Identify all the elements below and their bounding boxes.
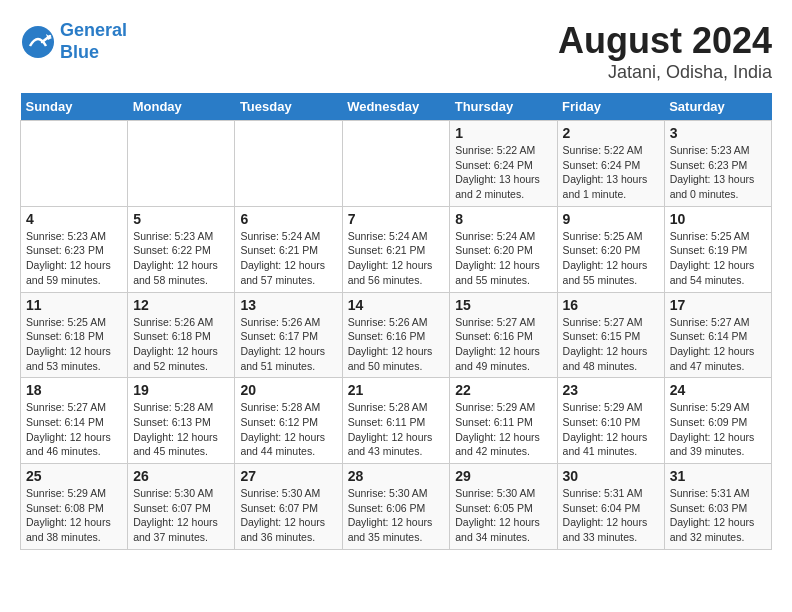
day-number: 12 [133, 297, 229, 313]
day-number: 6 [240, 211, 336, 227]
day-number: 7 [348, 211, 445, 227]
day-number: 25 [26, 468, 122, 484]
day-info: Sunrise: 5:29 AM Sunset: 6:08 PM Dayligh… [26, 486, 122, 545]
calendar-cell: 4Sunrise: 5:23 AM Sunset: 6:23 PM Daylig… [21, 206, 128, 292]
calendar-cell [342, 121, 450, 207]
weekday-header-row: SundayMondayTuesdayWednesdayThursdayFrid… [21, 93, 772, 121]
day-number: 9 [563, 211, 659, 227]
calendar-cell: 14Sunrise: 5:26 AM Sunset: 6:16 PM Dayli… [342, 292, 450, 378]
title-area: August 2024 Jatani, Odisha, India [558, 20, 772, 83]
calendar-cell: 9Sunrise: 5:25 AM Sunset: 6:20 PM Daylig… [557, 206, 664, 292]
calendar-cell: 21Sunrise: 5:28 AM Sunset: 6:11 PM Dayli… [342, 378, 450, 464]
day-info: Sunrise: 5:26 AM Sunset: 6:16 PM Dayligh… [348, 315, 445, 374]
day-number: 17 [670, 297, 766, 313]
calendar-cell: 8Sunrise: 5:24 AM Sunset: 6:20 PM Daylig… [450, 206, 557, 292]
day-number: 30 [563, 468, 659, 484]
day-number: 11 [26, 297, 122, 313]
day-info: Sunrise: 5:30 AM Sunset: 6:07 PM Dayligh… [133, 486, 229, 545]
day-info: Sunrise: 5:27 AM Sunset: 6:14 PM Dayligh… [670, 315, 766, 374]
day-number: 15 [455, 297, 551, 313]
calendar-cell: 22Sunrise: 5:29 AM Sunset: 6:11 PM Dayli… [450, 378, 557, 464]
calendar-cell: 31Sunrise: 5:31 AM Sunset: 6:03 PM Dayli… [664, 464, 771, 550]
calendar-cell: 3Sunrise: 5:23 AM Sunset: 6:23 PM Daylig… [664, 121, 771, 207]
day-info: Sunrise: 5:25 AM Sunset: 6:18 PM Dayligh… [26, 315, 122, 374]
day-info: Sunrise: 5:30 AM Sunset: 6:07 PM Dayligh… [240, 486, 336, 545]
day-info: Sunrise: 5:22 AM Sunset: 6:24 PM Dayligh… [563, 143, 659, 202]
day-info: Sunrise: 5:28 AM Sunset: 6:13 PM Dayligh… [133, 400, 229, 459]
day-info: Sunrise: 5:23 AM Sunset: 6:23 PM Dayligh… [26, 229, 122, 288]
calendar-cell [128, 121, 235, 207]
weekday-header-thursday: Thursday [450, 93, 557, 121]
day-info: Sunrise: 5:25 AM Sunset: 6:20 PM Dayligh… [563, 229, 659, 288]
day-info: Sunrise: 5:26 AM Sunset: 6:17 PM Dayligh… [240, 315, 336, 374]
calendar-cell [235, 121, 342, 207]
calendar-cell: 20Sunrise: 5:28 AM Sunset: 6:12 PM Dayli… [235, 378, 342, 464]
calendar-cell: 16Sunrise: 5:27 AM Sunset: 6:15 PM Dayli… [557, 292, 664, 378]
day-info: Sunrise: 5:29 AM Sunset: 6:11 PM Dayligh… [455, 400, 551, 459]
header: General Blue August 2024 Jatani, Odisha,… [20, 20, 772, 83]
calendar-cell: 26Sunrise: 5:30 AM Sunset: 6:07 PM Dayli… [128, 464, 235, 550]
day-info: Sunrise: 5:23 AM Sunset: 6:22 PM Dayligh… [133, 229, 229, 288]
calendar-cell: 10Sunrise: 5:25 AM Sunset: 6:19 PM Dayli… [664, 206, 771, 292]
day-info: Sunrise: 5:29 AM Sunset: 6:09 PM Dayligh… [670, 400, 766, 459]
weekday-header-saturday: Saturday [664, 93, 771, 121]
weekday-header-tuesday: Tuesday [235, 93, 342, 121]
calendar-cell: 12Sunrise: 5:26 AM Sunset: 6:18 PM Dayli… [128, 292, 235, 378]
logo-general: General [60, 20, 127, 40]
day-info: Sunrise: 5:27 AM Sunset: 6:14 PM Dayligh… [26, 400, 122, 459]
day-info: Sunrise: 5:31 AM Sunset: 6:04 PM Dayligh… [563, 486, 659, 545]
calendar-cell [21, 121, 128, 207]
day-info: Sunrise: 5:30 AM Sunset: 6:06 PM Dayligh… [348, 486, 445, 545]
month-title: August 2024 [558, 20, 772, 62]
day-number: 10 [670, 211, 766, 227]
calendar-week-4: 18Sunrise: 5:27 AM Sunset: 6:14 PM Dayli… [21, 378, 772, 464]
day-info: Sunrise: 5:27 AM Sunset: 6:16 PM Dayligh… [455, 315, 551, 374]
day-number: 29 [455, 468, 551, 484]
calendar-week-1: 1Sunrise: 5:22 AM Sunset: 6:24 PM Daylig… [21, 121, 772, 207]
day-number: 1 [455, 125, 551, 141]
calendar-cell: 27Sunrise: 5:30 AM Sunset: 6:07 PM Dayli… [235, 464, 342, 550]
day-number: 16 [563, 297, 659, 313]
calendar-week-2: 4Sunrise: 5:23 AM Sunset: 6:23 PM Daylig… [21, 206, 772, 292]
day-info: Sunrise: 5:24 AM Sunset: 6:21 PM Dayligh… [348, 229, 445, 288]
day-number: 28 [348, 468, 445, 484]
calendar-cell: 28Sunrise: 5:30 AM Sunset: 6:06 PM Dayli… [342, 464, 450, 550]
calendar-cell: 5Sunrise: 5:23 AM Sunset: 6:22 PM Daylig… [128, 206, 235, 292]
calendar-table: SundayMondayTuesdayWednesdayThursdayFrid… [20, 93, 772, 550]
day-info: Sunrise: 5:29 AM Sunset: 6:10 PM Dayligh… [563, 400, 659, 459]
day-number: 2 [563, 125, 659, 141]
location-title: Jatani, Odisha, India [558, 62, 772, 83]
logo-blue: Blue [60, 42, 99, 62]
logo-icon [20, 24, 56, 60]
day-number: 4 [26, 211, 122, 227]
weekday-header-friday: Friday [557, 93, 664, 121]
day-number: 5 [133, 211, 229, 227]
day-number: 13 [240, 297, 336, 313]
calendar-cell: 19Sunrise: 5:28 AM Sunset: 6:13 PM Dayli… [128, 378, 235, 464]
calendar-cell: 11Sunrise: 5:25 AM Sunset: 6:18 PM Dayli… [21, 292, 128, 378]
day-number: 3 [670, 125, 766, 141]
day-info: Sunrise: 5:28 AM Sunset: 6:11 PM Dayligh… [348, 400, 445, 459]
calendar-cell: 24Sunrise: 5:29 AM Sunset: 6:09 PM Dayli… [664, 378, 771, 464]
weekday-header-sunday: Sunday [21, 93, 128, 121]
weekday-header-monday: Monday [128, 93, 235, 121]
calendar-cell: 1Sunrise: 5:22 AM Sunset: 6:24 PM Daylig… [450, 121, 557, 207]
day-number: 19 [133, 382, 229, 398]
day-number: 18 [26, 382, 122, 398]
calendar-cell: 13Sunrise: 5:26 AM Sunset: 6:17 PM Dayli… [235, 292, 342, 378]
day-info: Sunrise: 5:28 AM Sunset: 6:12 PM Dayligh… [240, 400, 336, 459]
logo: General Blue [20, 20, 127, 63]
calendar-cell: 25Sunrise: 5:29 AM Sunset: 6:08 PM Dayli… [21, 464, 128, 550]
day-number: 21 [348, 382, 445, 398]
calendar-cell: 2Sunrise: 5:22 AM Sunset: 6:24 PM Daylig… [557, 121, 664, 207]
day-number: 26 [133, 468, 229, 484]
day-info: Sunrise: 5:26 AM Sunset: 6:18 PM Dayligh… [133, 315, 229, 374]
calendar-week-5: 25Sunrise: 5:29 AM Sunset: 6:08 PM Dayli… [21, 464, 772, 550]
day-number: 31 [670, 468, 766, 484]
weekday-header-wednesday: Wednesday [342, 93, 450, 121]
day-number: 27 [240, 468, 336, 484]
day-info: Sunrise: 5:24 AM Sunset: 6:21 PM Dayligh… [240, 229, 336, 288]
day-info: Sunrise: 5:24 AM Sunset: 6:20 PM Dayligh… [455, 229, 551, 288]
calendar-cell: 7Sunrise: 5:24 AM Sunset: 6:21 PM Daylig… [342, 206, 450, 292]
day-info: Sunrise: 5:25 AM Sunset: 6:19 PM Dayligh… [670, 229, 766, 288]
